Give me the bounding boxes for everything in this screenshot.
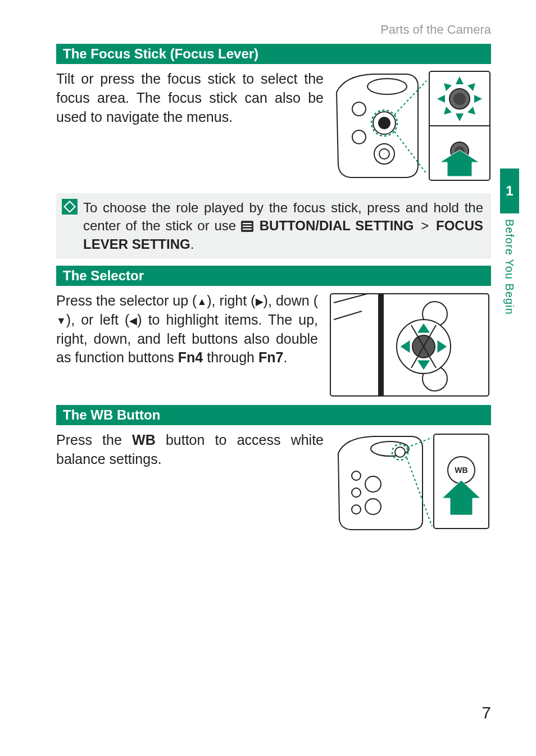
- note-text: To choose the role played by the focus s…: [83, 199, 483, 253]
- svg-point-4: [379, 149, 389, 159]
- svg-point-6: [352, 130, 366, 144]
- svg-point-2: [379, 117, 390, 129]
- note-icon: [62, 199, 78, 253]
- manual-page: Parts of the Camera The Focus Stick (Foc…: [0, 0, 536, 756]
- svg-text:WB: WB: [455, 466, 467, 475]
- svg-point-0: [367, 79, 407, 94]
- svg-point-5: [352, 102, 366, 116]
- note-gt: >: [419, 218, 431, 233]
- heading-focus-stick: The Focus Stick (Focus Lever): [56, 44, 491, 64]
- wb-bold: WB: [132, 432, 156, 448]
- focus-stick-illustration: [334, 70, 491, 182]
- focus-stick-block: Tilt or press the focus stick to select …: [56, 70, 491, 182]
- wb-text: Press the WB button to access white bala…: [56, 431, 324, 532]
- svg-point-44: [365, 476, 381, 492]
- focus-stick-text: Tilt or press the focus stick to select …: [56, 70, 324, 182]
- sel-mid5: through: [203, 349, 258, 365]
- heading-selector: The Selector: [56, 266, 491, 286]
- focus-stick-note: To choose the role played by the focus s…: [56, 193, 491, 259]
- page-number: 7: [482, 703, 491, 722]
- selector-text: Press the selector up (▲), right (▶), do…: [56, 292, 318, 398]
- sel-mid3: ), or left (: [66, 312, 129, 327]
- svg-point-43: [395, 447, 405, 457]
- triangle-up-icon: ▲: [197, 295, 207, 308]
- note-menu1: BUTTON/DIAL SETTING: [260, 218, 414, 233]
- sel-fn7: Fn7: [258, 349, 283, 365]
- chapter-side-text: Before You Begin: [503, 219, 516, 315]
- sel-fn4: Fn4: [178, 349, 203, 365]
- triangle-right-icon: ▶: [256, 295, 264, 308]
- breadcrumb: Parts of the Camera: [56, 22, 491, 37]
- wb-pre: Press the: [56, 432, 132, 448]
- wrench-menu-icon: [241, 221, 253, 232]
- wb-block: Press the WB button to access white bala…: [56, 431, 491, 532]
- svg-point-45: [365, 499, 381, 514]
- selector-block: Press the selector up (▲), right (▶), do…: [56, 292, 491, 398]
- svg-point-46: [352, 471, 361, 480]
- svg-point-48: [352, 505, 361, 514]
- sel-mid2: ), down (: [264, 293, 318, 308]
- triangle-down-icon: ▼: [56, 314, 66, 327]
- sel-pre: Press the selector up (: [56, 293, 197, 308]
- heading-wb: The WB Button: [56, 405, 491, 425]
- sel-post: .: [283, 349, 287, 365]
- triangle-left-icon: ◀: [129, 314, 137, 327]
- sel-mid1: ), right (: [207, 293, 255, 308]
- wb-illustration: WB: [334, 431, 491, 532]
- svg-point-13: [453, 93, 466, 105]
- chapter-tab: 1: [500, 168, 519, 213]
- svg-rect-29: [379, 294, 383, 396]
- svg-point-47: [352, 488, 361, 497]
- selector-illustration: [328, 292, 491, 398]
- note-post: .: [190, 236, 194, 252]
